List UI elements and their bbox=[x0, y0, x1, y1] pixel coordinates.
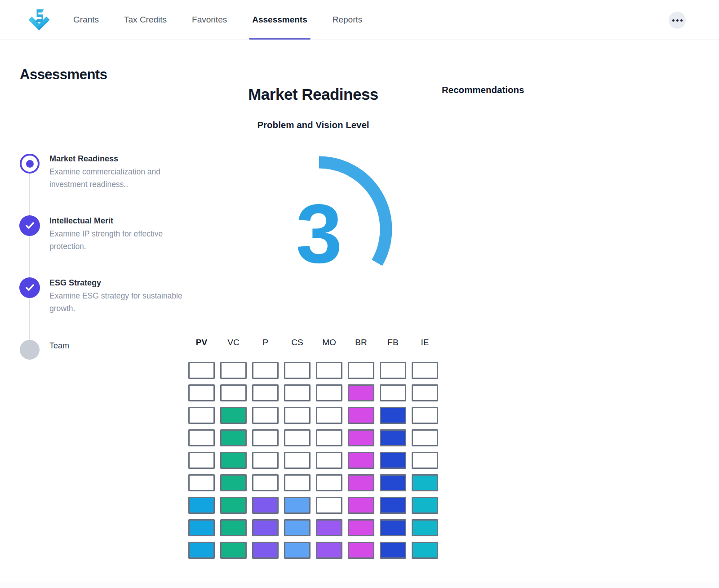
step-title: Market Readiness bbox=[49, 153, 184, 165]
nav-item-label: Reports bbox=[333, 15, 363, 25]
heatmap-cell-p-r6 bbox=[252, 474, 279, 491]
heatmap-cell-p-r2 bbox=[252, 384, 279, 401]
heatmap-cell-mo-r8 bbox=[316, 519, 342, 536]
heatmap-col-header-cs: CS bbox=[284, 336, 311, 349]
heatmap-cell-vc-r1 bbox=[220, 362, 247, 379]
heatmap-col-header-p: P bbox=[252, 336, 279, 349]
nav-items: GrantsTax CreditsFavoritesAssessmentsRep… bbox=[73, 0, 362, 40]
heatmap-column-headers: PVVCPCSMOBRFBIE bbox=[188, 336, 438, 349]
heatmap-cell-pv-r2 bbox=[188, 384, 215, 401]
heatmap-cell-fb-r3 bbox=[380, 407, 406, 424]
heatmap-cell-pv-r5 bbox=[188, 452, 215, 469]
brand-logo-icon bbox=[26, 6, 52, 33]
nav-item-reports[interactable]: Reports bbox=[333, 0, 363, 40]
heatmap-col-header-ie: IE bbox=[412, 336, 438, 349]
heatmap-cell-br-r3 bbox=[348, 407, 374, 424]
pending-circle-icon bbox=[20, 340, 40, 360]
heatmap-cell-mo-r2 bbox=[316, 384, 342, 401]
heatmap-cell-pv-r6 bbox=[188, 474, 215, 491]
heatmap-cell-cs-r7 bbox=[284, 497, 311, 514]
readiness-heatmap: PVVCPCSMOBRFBIE bbox=[188, 336, 438, 559]
heatmap-col-header-mo: MO bbox=[316, 336, 342, 349]
heatmap-cell-fb-r2 bbox=[380, 384, 406, 401]
heatmap-cell-p-r5 bbox=[252, 452, 279, 469]
heatmap-cell-mo-r1 bbox=[316, 362, 342, 379]
heatmap-cell-mo-r4 bbox=[316, 429, 342, 446]
page-title: Assessments bbox=[20, 67, 107, 83]
gauge-score-value: 3 bbox=[238, 192, 400, 276]
heatmap-cell-ie-r2 bbox=[412, 384, 438, 401]
heatmap-cell-pv-r7 bbox=[188, 497, 215, 514]
nav-item-label: Assessments bbox=[252, 15, 307, 25]
active-tab-underline bbox=[249, 38, 311, 40]
heatmap-cell-fb-r7 bbox=[380, 497, 406, 514]
heatmap-cell-vc-r4 bbox=[220, 429, 247, 446]
heatmap-cell-vc-r8 bbox=[220, 519, 247, 536]
heatmap-cell-fb-r9 bbox=[380, 542, 406, 559]
heatmap-cell-ie-r5 bbox=[412, 452, 438, 469]
assessment-subtitle: Problem and Vision Level bbox=[178, 120, 448, 130]
heatmap-cell-pv-r1 bbox=[188, 362, 215, 379]
heatmap-col-header-br: BR bbox=[348, 336, 374, 349]
heatmap-cell-vc-r9 bbox=[220, 542, 247, 559]
heatmap-cell-ie-r3 bbox=[412, 407, 438, 424]
heatmap-cell-p-r1 bbox=[252, 362, 279, 379]
heatmap-cell-br-r7 bbox=[348, 497, 374, 514]
heatmap-cell-fb-r4 bbox=[380, 429, 406, 446]
heatmap-cell-ie-r7 bbox=[412, 497, 438, 514]
heatmap-col-header-pv: PV bbox=[188, 336, 215, 349]
heatmap-cell-br-r6 bbox=[348, 474, 374, 491]
ellipsis-icon bbox=[676, 19, 679, 22]
nav-item-label: Tax Credits bbox=[124, 15, 167, 25]
radio-active-icon bbox=[20, 154, 40, 174]
heatmap-cell-p-r9 bbox=[252, 542, 279, 559]
heatmap-cell-pv-r8 bbox=[188, 519, 215, 536]
step-description: Examine commercialization and investment… bbox=[49, 165, 184, 191]
recommendations-title: Recommendations bbox=[442, 85, 524, 95]
step-title: ESG Strategy bbox=[49, 277, 184, 289]
heatmap-cell-p-r4 bbox=[252, 429, 279, 446]
heatmap-cell-fb-r1 bbox=[380, 362, 406, 379]
heatmap-cell-br-r4 bbox=[348, 429, 374, 446]
heatmap-cell-cs-r1 bbox=[284, 362, 311, 379]
score-gauge: 3 bbox=[238, 151, 400, 285]
check-circle-icon bbox=[19, 277, 40, 298]
footer-divider bbox=[0, 582, 719, 588]
nav-item-tax-credits[interactable]: Tax Credits bbox=[124, 0, 167, 40]
nav-item-label: Favorites bbox=[192, 15, 227, 25]
heatmap-cell-ie-r1 bbox=[412, 362, 438, 379]
nav-item-label: Grants bbox=[73, 15, 99, 25]
heatmap-cell-br-r5 bbox=[348, 452, 374, 469]
stepper-connector-line bbox=[29, 164, 30, 350]
heatmap-cell-vc-r5 bbox=[220, 452, 247, 469]
step-description: Examine ESG strategy for sustainable gro… bbox=[49, 290, 184, 315]
heatmap-cell-br-r8 bbox=[348, 519, 374, 536]
heatmap-cell-p-r7 bbox=[252, 497, 279, 514]
heatmap-cell-ie-r8 bbox=[412, 519, 438, 536]
heatmap-cell-cs-r4 bbox=[284, 429, 311, 446]
heatmap-cell-mo-r6 bbox=[316, 474, 342, 491]
heatmap-grid bbox=[188, 362, 438, 559]
heatmap-cell-cs-r9 bbox=[284, 542, 311, 559]
heatmap-cell-fb-r5 bbox=[380, 452, 406, 469]
nav-item-grants[interactable]: Grants bbox=[73, 0, 99, 40]
heatmap-cell-vc-r7 bbox=[220, 497, 247, 514]
step-title: Intellectual Merit bbox=[49, 215, 184, 227]
heatmap-cell-br-r1 bbox=[348, 362, 374, 379]
heatmap-cell-vc-r2 bbox=[220, 384, 247, 401]
ellipsis-icon bbox=[672, 19, 675, 22]
heatmap-cell-ie-r6 bbox=[412, 474, 438, 491]
heatmap-cell-p-r3 bbox=[252, 407, 279, 424]
nav-item-assessments[interactable]: Assessments bbox=[252, 0, 307, 40]
heatmap-cell-fb-r8 bbox=[380, 519, 406, 536]
nav-item-favorites[interactable]: Favorites bbox=[192, 0, 227, 40]
heatmap-cell-cs-r5 bbox=[284, 452, 311, 469]
heatmap-cell-mo-r3 bbox=[316, 407, 342, 424]
heatmap-cell-p-r8 bbox=[252, 519, 279, 536]
heatmap-col-header-fb: FB bbox=[380, 336, 406, 349]
ellipsis-icon bbox=[680, 19, 683, 22]
more-options-button[interactable] bbox=[669, 12, 686, 29]
heatmap-cell-vc-r6 bbox=[220, 474, 247, 491]
heatmap-cell-pv-r3 bbox=[188, 407, 215, 424]
heatmap-cell-ie-r9 bbox=[412, 542, 438, 559]
